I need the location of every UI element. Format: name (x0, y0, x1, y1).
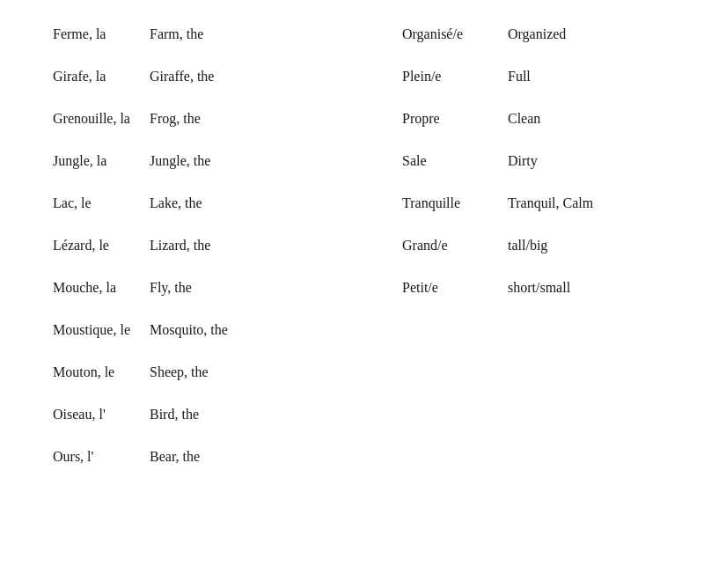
list-item: short/small (508, 271, 622, 313)
list-item: Plein/e (402, 60, 490, 102)
list-item: Grand/e (402, 229, 490, 271)
list-item: Mouche, la (53, 271, 132, 313)
list-item: Lac, le (53, 187, 132, 229)
list-item: Organized (508, 18, 622, 60)
list-item: Jungle, the (150, 144, 264, 187)
list-item: Lizard, the (150, 229, 264, 271)
list-item: Jungle, la (53, 144, 132, 187)
list-item: Tranquille (402, 187, 490, 229)
list-item: Giraffe, the (150, 60, 264, 102)
list-item: Sheep, the (150, 356, 264, 398)
list-item: Mouton, le (53, 356, 132, 398)
list-item: Ferme, la (53, 18, 132, 60)
list-item: tall/big (508, 229, 622, 271)
list-item: Dirty (508, 144, 622, 187)
list-item: Moustique, le (53, 313, 132, 356)
list-item: Bear, the (150, 440, 264, 482)
list-item: Organisé/e (402, 18, 490, 60)
list-item: Frog, the (150, 102, 264, 144)
list-item: Petit/e (402, 271, 490, 313)
list-item: Clean (508, 102, 622, 144)
list-item: Tranquil, Calm (508, 187, 622, 229)
list-item: Lake, the (150, 187, 264, 229)
list-item: Lézard, le (53, 229, 132, 271)
col-french-left: Ferme, laGirafe, laGrenouille, laJungle,… (26, 18, 141, 482)
list-item: Grenouille, la (53, 102, 132, 144)
col-english-right: OrganizedFullCleanDirtyTranquil, Calmtal… (499, 18, 631, 482)
col-english-left: Farm, theGiraffe, theFrog, theJungle, th… (141, 18, 273, 482)
list-item: Ours, l' (53, 440, 132, 482)
list-item: Bird, the (150, 398, 264, 440)
main-container: Ferme, laGirafe, laGrenouille, laJungle,… (26, 18, 678, 482)
right-section: Organisé/ePlein/ePropreSaleTranquilleGra… (385, 18, 678, 482)
list-item: Propre (402, 102, 490, 144)
list-item: Sale (402, 144, 490, 187)
col-french-right: Organisé/ePlein/ePropreSaleTranquilleGra… (385, 18, 499, 482)
left-section: Ferme, laGirafe, laGrenouille, laJungle,… (26, 18, 385, 482)
list-item: Full (508, 60, 622, 102)
list-item: Mosquito, the (150, 313, 264, 356)
list-item: Fly, the (150, 271, 264, 313)
list-item: Girafe, la (53, 60, 132, 102)
list-item: Farm, the (150, 18, 264, 60)
list-item: Oiseau, l' (53, 398, 132, 440)
